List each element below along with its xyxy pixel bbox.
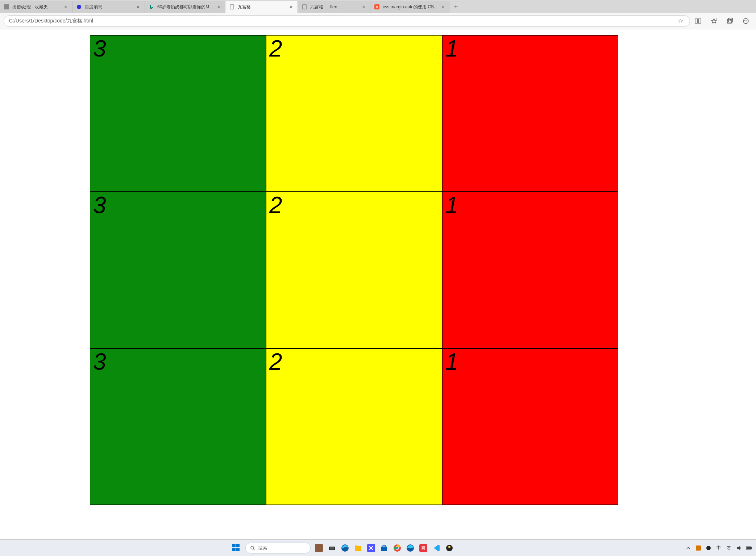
grid-row: 3 2 1 [90, 348, 618, 505]
tab-close-icon[interactable]: × [361, 4, 366, 10]
file-favicon-icon [302, 4, 307, 10]
svg-rect-7 [698, 19, 701, 23]
svg-point-18 [251, 546, 254, 549]
svg-rect-3 [303, 5, 306, 9]
browser-essentials-icon[interactable] [742, 17, 749, 25]
wifi-icon[interactable] [726, 545, 732, 551]
cell-label: 3 [93, 349, 106, 375]
cell-label: 2 [269, 192, 282, 218]
grid-cell: 3 [90, 192, 266, 348]
microsoft-store-icon[interactable] [379, 543, 389, 553]
windows-taskbar: 搜索 网 中 [0, 539, 756, 556]
taskbar-search[interactable]: 搜索 [245, 543, 311, 553]
cell-label: 1 [445, 349, 458, 375]
bing-favicon-icon [149, 4, 154, 10]
grid-cell: 3 [90, 348, 266, 505]
taskbar-app-icon[interactable]: 网 [419, 543, 428, 553]
battery-icon[interactable] [746, 545, 752, 551]
tab-title: 60岁老奶奶都可以看懂的M... [157, 4, 213, 10]
tab-close-icon[interactable]: × [216, 4, 221, 10]
grid-cell: 2 [266, 348, 442, 505]
chevron-up-icon[interactable] [685, 545, 691, 551]
browser-tab[interactable]: 百度消息 × [72, 1, 145, 13]
tab-close-icon[interactable]: × [135, 4, 141, 10]
taskbar-center: 搜索 网 [4, 543, 682, 553]
grid-cell: 1 [442, 35, 618, 192]
svg-rect-41 [747, 547, 751, 549]
svg-rect-22 [330, 547, 334, 549]
svg-point-1 [77, 5, 81, 9]
tab-title: css margin:auto的使用 CS... [383, 4, 437, 10]
grid-cell: 1 [442, 192, 618, 348]
tab-title: 九宫格 — flex [310, 4, 358, 10]
cell-label: 1 [445, 36, 458, 62]
svg-line-19 [253, 549, 255, 550]
split-screen-icon[interactable] [694, 17, 702, 25]
svg-point-38 [706, 546, 711, 550]
browser-tab[interactable]: 出借/处理 - 收藏夹 × [0, 1, 72, 13]
tray-app-icon[interactable] [695, 545, 702, 551]
svg-rect-40 [751, 547, 752, 549]
svg-rect-25 [355, 545, 358, 547]
svg-text:C: C [376, 5, 378, 9]
tab-close-icon[interactable]: × [440, 4, 446, 10]
file-explorer-icon[interactable] [353, 543, 363, 553]
start-button-icon[interactable] [232, 543, 242, 553]
url-input[interactable]: C:/Users/1/Desktop/code/九宫格.html ☆ [4, 15, 690, 27]
svg-rect-10 [727, 19, 731, 23]
svg-rect-27 [381, 547, 387, 551]
chrome-icon[interactable] [392, 543, 402, 553]
svg-text:网: 网 [421, 546, 425, 550]
grid-cell: 3 [90, 35, 266, 192]
edge-icon[interactable] [406, 543, 415, 553]
csdn-favicon-icon: C [374, 4, 380, 10]
svg-rect-28 [383, 545, 386, 547]
file-favicon-icon [229, 4, 235, 10]
tab-title: 出借/处理 - 收藏夹 [12, 4, 60, 10]
baidu-favicon-icon [76, 4, 82, 10]
browser-tab[interactable]: C css margin:auto的使用 CS... × [370, 1, 450, 13]
tab-close-icon[interactable]: × [288, 4, 294, 10]
browser-tab[interactable]: 九宫格 — flex × [298, 1, 370, 13]
svg-rect-15 [236, 544, 240, 547]
ime-icon[interactable]: 中 [715, 545, 722, 551]
svg-rect-37 [696, 545, 701, 551]
grid-row: 3 2 1 [90, 192, 618, 348]
browser-tab[interactable]: 60岁老奶奶都可以看懂的M... × [145, 1, 225, 13]
taskbar-app-icon[interactable] [445, 543, 454, 553]
collections-icon[interactable] [726, 17, 734, 25]
browser-tab-strip: 出借/处理 - 收藏夹 × 百度消息 × 60岁老奶奶都可以看懂的M... × … [0, 0, 756, 13]
tray-app-icon[interactable] [705, 545, 712, 551]
grid-cell: 2 [266, 192, 442, 348]
tab-favicon-icon [4, 4, 9, 10]
svg-rect-17 [236, 548, 240, 551]
taskbar-app-icon[interactable] [327, 543, 337, 553]
cell-label: 3 [93, 192, 106, 218]
svg-rect-0 [4, 4, 9, 9]
system-tray: 中 [685, 545, 752, 551]
cell-label: 1 [445, 192, 458, 218]
favorite-star-icon[interactable]: ☆ [677, 17, 685, 24]
svg-rect-20 [315, 544, 323, 552]
favorites-icon[interactable] [710, 17, 718, 25]
cell-label: 3 [93, 36, 106, 62]
svg-rect-16 [232, 548, 236, 551]
grid-cell: 1 [442, 348, 618, 505]
taskbar-app-icon[interactable] [314, 543, 324, 553]
vscode-icon[interactable] [432, 543, 441, 553]
volume-icon[interactable] [736, 545, 742, 551]
browser-tab-active[interactable]: 九宫格 × [225, 1, 298, 13]
search-placeholder: 搜索 [258, 545, 267, 551]
tab-title: 九宫格 [238, 4, 285, 10]
grid-cell: 2 [266, 35, 442, 192]
new-tab-button[interactable]: + [450, 1, 462, 13]
tab-close-icon[interactable]: × [63, 4, 68, 10]
nine-grid: 3 2 1 3 2 1 3 2 1 [90, 35, 618, 505]
taskbar-app-icon[interactable] [366, 543, 376, 553]
address-bar: C:/Users/1/Desktop/code/九宫格.html ☆ [0, 13, 756, 29]
svg-rect-14 [232, 544, 236, 547]
svg-rect-2 [230, 5, 234, 9]
edge-icon[interactable] [340, 543, 350, 553]
url-text: C:/Users/1/Desktop/code/九宫格.html [9, 18, 677, 24]
cell-label: 2 [269, 36, 282, 62]
